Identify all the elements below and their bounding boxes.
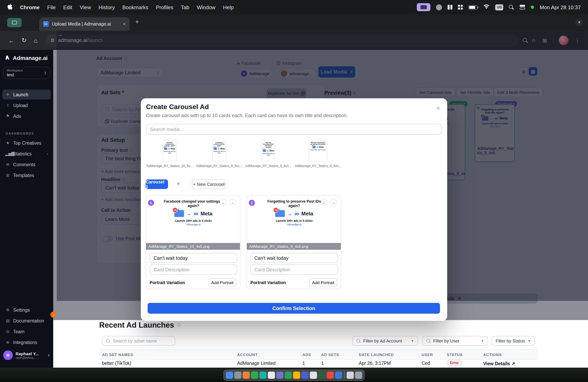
user-menu[interactable]: R Raphael Y... raph@adma... ▲▼ [3,350,50,360]
sidebar-item-launch[interactable]: ✈Launch [2,90,51,99]
sidebar-item-top-creatives[interactable]: ★Top Creatives [2,138,51,148]
dock-app-icon[interactable] [226,372,233,379]
reload-button[interactable]: ↻ [21,37,27,44]
menu-bookmarks[interactable]: Bookmarks [122,4,148,10]
card-prev-button[interactable]: ← [321,199,328,206]
sidebar-item-upload[interactable]: ⇧Upload [2,100,51,110]
sidebar-item-settings[interactable]: ⚙Settings [2,305,51,315]
dock-app-icon[interactable] [301,372,309,379]
column-header[interactable]: USER [421,352,433,357]
view-details-link[interactable]: View Details ↗ [483,361,515,366]
confirm-selection-button[interactable]: Confirm Selection [147,303,440,314]
media-thumb[interactable]: Forgetting to preserve Post IDs again? 7… [198,140,241,168]
filter-by-status-select[interactable]: Filter by Status▼ [492,336,535,346]
sidebar-item-comments[interactable]: ✉Comments [2,159,51,170]
tab-search-chevron-icon[interactable]: ▼ [575,18,583,26]
sidebar-collapse-button[interactable]: ‹ [50,312,56,318]
sidebar-item-label: Integrations [13,340,37,345]
menu-file[interactable]: File [47,4,56,10]
filter-by-ad-account-select[interactable]: Filter by Ad Account▼ [352,336,418,346]
menu-tab[interactable]: Tab [181,4,189,10]
filter-by-user-select[interactable]: Filter by User▼ [422,336,488,346]
sidebar-item-templates[interactable]: ⊞Templates [2,170,51,180]
menu-view[interactable]: View [80,4,91,10]
menu-history[interactable]: History [99,4,115,10]
app-sidebar: Admanage.ai Workspace test ▲▼ ✈Launch ⇧U… [0,50,53,368]
dock-app-icon[interactable] [259,372,267,379]
home-button[interactable]: ⌂ [34,37,37,44]
adset-search-input[interactable]: Search by adset name [102,336,175,346]
window-tiling-icon[interactable] [448,5,453,10]
active-tab[interactable]: ∞ Upload Media | Admanage.ai × [39,17,130,31]
menu-edit[interactable]: Edit [63,4,72,10]
sidebar-item-statistics[interactable]: ▂▅▇Statistics› [2,149,51,159]
column-header[interactable]: ACTIONS [483,352,502,357]
card-number-badge: 2 [249,200,255,206]
media-search-input[interactable] [146,124,442,135]
sidebar-item-team[interactable]: ◎Team [2,326,51,336]
control-center-icon[interactable] [520,5,525,10]
menubar-app-name[interactable]: Chrome [20,4,40,10]
dock-app-icon[interactable] [318,372,325,379]
screen-recording-indicator-icon[interactable] [417,3,431,11]
ad-creative: Forgetting to preserve Post IDs again? 7… [213,140,226,161]
wifi-icon[interactable] [483,4,490,10]
dock-app-icon[interactable] [355,372,362,379]
tab-close-icon[interactable]: × [123,21,126,27]
dock-app-icon[interactable] [327,372,334,379]
back-button[interactable]: ← [8,37,14,44]
menubar-clock[interactable]: Mon Apr 28 10:37 [540,4,581,10]
media-thumb[interactable]: Facebook changed your settings... again?… [148,140,191,168]
dock-app-icon[interactable] [243,372,250,379]
dock-app-icon[interactable] [347,372,354,379]
card-prev-button[interactable]: ← [220,199,227,206]
menu-help[interactable]: Help [223,4,234,10]
dock-app-icon[interactable] [276,372,283,379]
column-header[interactable]: ADS [302,352,311,357]
sidebar-item-documentation[interactable]: ▤Documentation [2,316,51,326]
card-description-input[interactable] [251,265,338,274]
dock-app-icon[interactable] [234,372,241,379]
carousel-close-icon[interactable]: × [177,181,180,187]
workspace-selector[interactable]: Workspace test ▲▼ [3,67,50,79]
add-portrait-button[interactable]: Add Portrait [209,278,236,287]
carousel-tab-active[interactable]: Carousel 1 [146,179,168,189]
card-next-button[interactable]: → [330,199,337,206]
media-thumb[interactable]: Why does launching 20 ads still take 60 … [296,140,340,168]
launchpad-grid-icon[interactable] [458,5,463,10]
brand-name: Admanage.ai [13,55,48,61]
brand[interactable]: Admanage.ai [0,55,53,61]
sidebar-item-ads[interactable]: ⚑Ads [2,111,51,121]
sidebar-item-integrations[interactable]: ⊕Integrations [2,337,51,347]
tab-group-chip-icon[interactable] [7,18,21,27]
new-tab-button[interactable]: + [135,18,139,26]
dock-app-icon[interactable] [268,372,275,379]
column-header[interactable]: DATE LAUNCHED [359,352,394,357]
column-header[interactable]: AD SET NAMES [102,352,133,357]
input-source-indicator[interactable]: US [495,4,504,10]
card-next-button[interactable]: → [229,199,236,206]
card-description-input[interactable] [150,265,237,274]
media-filename: AdManage_RY_Statics_8_4x5... [295,164,341,168]
media-thumb[interactable]: Why does launching 20 ads still take 60 … [247,140,290,168]
dock-app-icon[interactable] [285,372,292,379]
spotlight-search-icon[interactable] [509,5,514,10]
dock-app-icon[interactable] [310,372,317,379]
dock-app-icon[interactable] [293,372,300,379]
menu-window[interactable]: Window [197,4,216,10]
add-portrait-button[interactable]: Add Portrait [309,278,337,287]
status-dot-icon[interactable] [436,4,442,10]
apple-menu-icon[interactable] [7,4,12,11]
battery-icon[interactable] [469,5,478,9]
site-settings-icon[interactable]: ⚙ [50,38,55,43]
dock-app-icon[interactable] [335,372,342,379]
menu-profiles[interactable]: Profiles [156,4,173,10]
column-header[interactable]: ACCOUNT [237,352,258,357]
column-header[interactable]: STATUS [447,352,462,357]
new-carousel-button[interactable]: + New Carousel [192,179,226,189]
column-header[interactable]: AD SETS [321,352,339,357]
modal-close-icon[interactable]: × [436,105,440,112]
card-title-input[interactable] [251,253,338,263]
dock-app-icon[interactable] [251,372,258,379]
card-title-input[interactable] [150,253,237,263]
